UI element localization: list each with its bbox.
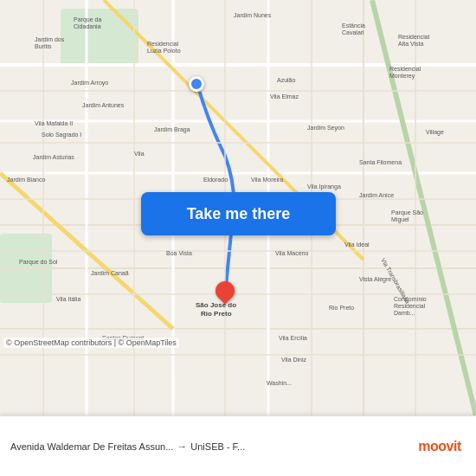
svg-text:Vila Ipiranga: Vila Ipiranga: [307, 183, 341, 190]
svg-text:Vila Maceno: Vila Maceno: [275, 250, 309, 256]
svg-text:Jardim Seyon: Jardim Seyon: [307, 125, 344, 132]
svg-text:Damb...: Damb...: [394, 310, 415, 316]
svg-text:Jardim Arroyo: Jardim Arroyo: [71, 80, 108, 87]
moovit-text: moovit: [418, 439, 460, 454]
route-info: Avenida Waldemar De Freitas Assun... → U…: [10, 441, 414, 453]
moovit-logo-container: moovit: [414, 433, 466, 460]
svg-text:Vila Moreira: Vila Moreira: [251, 177, 283, 183]
svg-text:Residencial: Residencial: [398, 34, 430, 40]
svg-text:Jardim Nunes: Jardim Nunes: [234, 12, 272, 18]
destination-label: UniSEB - F...: [190, 441, 245, 452]
svg-text:Eldorado: Eldorado: [203, 177, 228, 183]
svg-text:Jardim Asturias: Jardim Asturias: [33, 154, 74, 160]
svg-text:Jardim Anice: Jardim Anice: [359, 192, 394, 198]
svg-text:Parque São: Parque São: [391, 209, 423, 216]
svg-text:Vila Itália: Vila Itália: [56, 296, 80, 302]
svg-text:Rio Preto: Rio Preto: [201, 310, 232, 318]
svg-text:Parque da: Parque da: [74, 16, 101, 23]
svg-text:Washin...: Washin...: [267, 380, 292, 386]
svg-text:Boa Vista: Boa Vista: [166, 250, 192, 256]
svg-text:Jardim Antunes: Jardim Antunes: [82, 102, 125, 108]
destination-pin: [215, 281, 235, 307]
svg-text:Alta Vista: Alta Vista: [398, 41, 424, 47]
svg-text:Vila Elmaz: Vila Elmaz: [270, 93, 299, 100]
svg-text:Village: Village: [426, 129, 444, 136]
svg-text:Parque do Sol: Parque do Sol: [19, 259, 58, 266]
bottom-left-content: Avenida Waldemar De Freitas Assun... → U…: [10, 441, 414, 453]
svg-text:Rio Preto: Rio Preto: [329, 305, 354, 311]
moovit-logo: moovit: [414, 433, 466, 460]
destination-pin-head: [211, 277, 238, 304]
svg-text:Jardim dos: Jardim dos: [35, 36, 65, 42]
svg-text:Santa Filomena: Santa Filomena: [359, 159, 402, 165]
map-container: Parque da Cidadania Jardim Nunes Estânci…: [0, 0, 476, 415]
svg-text:Vila Ercília: Vila Ercília: [279, 335, 307, 341]
origin-label: Avenida Waldemar De Freitas Assun...: [10, 441, 173, 452]
take-me-there-button[interactable]: Take me there: [141, 192, 336, 235]
svg-text:Residencial: Residencial: [389, 66, 421, 72]
svg-text:Jardim Braga: Jardim Braga: [154, 126, 190, 133]
svg-text:Vista Alegre: Vista Alegre: [359, 276, 391, 283]
svg-text:Residencial: Residencial: [147, 41, 179, 47]
svg-text:Vila: Vila: [134, 151, 145, 157]
svg-text:Luzia Poloto: Luzia Poloto: [147, 48, 181, 54]
bottom-bar: Avenida Waldemar De Freitas Assun... → U…: [0, 415, 476, 476]
map-attribution: © OpenStreetMap contributors | © OpenMap…: [3, 338, 179, 348]
svg-text:Buritis: Buritis: [35, 43, 52, 49]
svg-text:Azulão: Azulão: [277, 77, 296, 83]
svg-text:Vila Ideal: Vila Ideal: [344, 241, 370, 248]
svg-text:Jardim Bianco: Jardim Bianco: [7, 177, 45, 183]
svg-text:Estância: Estância: [342, 23, 365, 29]
route-row: Avenida Waldemar De Freitas Assun... → U…: [10, 441, 414, 453]
svg-text:Residencial: Residencial: [394, 303, 426, 309]
svg-text:Jardim Canaã: Jardim Canaã: [91, 270, 129, 276]
origin-location-dot: [189, 76, 204, 92]
svg-text:Vila Diniz: Vila Diniz: [281, 357, 307, 363]
svg-text:Monterey: Monterey: [389, 73, 415, 80]
route-arrow: →: [177, 441, 187, 453]
svg-text:Cidadania: Cidadania: [74, 23, 101, 29]
svg-text:Miguel: Miguel: [391, 216, 409, 223]
svg-text:Cavalari: Cavalari: [342, 29, 364, 35]
svg-text:Vila Mafalda II: Vila Mafalda II: [35, 120, 73, 126]
svg-text:Solo Sagrado I: Solo Sagrado I: [42, 132, 81, 138]
